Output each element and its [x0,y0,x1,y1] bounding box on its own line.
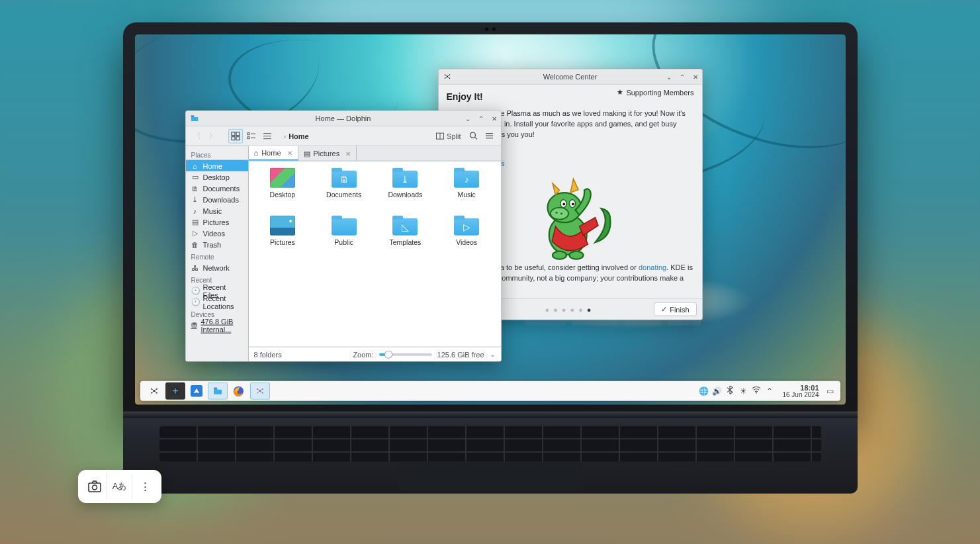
folder-downloads[interactable]: ⤓ Downloads [375,168,435,214]
pictures-icon: ▤ [304,149,310,158]
folder-public[interactable]: Public [314,216,374,262]
sidebar-item-device[interactable]: ⛃476.8 GiB Internal... [186,320,248,331]
drive-icon: ⛃ [191,321,197,330]
camera-icon[interactable] [82,474,107,499]
panel-clock[interactable]: 18:01 16 Jun 2024 [782,384,819,398]
tray-wifi-icon[interactable] [750,386,762,396]
folder-videos[interactable]: ▷ Videos [437,216,497,262]
dolphin-statusbar: 8 folders Zoom: 125.6 GiB free ⌄ [249,347,501,361]
sidebar-item-desktop[interactable]: ▭Desktop [186,171,248,183]
file-grid[interactable]: Desktop 🗎 Documents ⤓ Downloads [249,161,501,347]
welcome-titlebar[interactable]: Welcome Center ⌄ ⌃ ✕ [439,69,702,85]
templates-icon: ◺ [392,216,418,236]
dolphin-titlebar[interactable]: Home — Dolphin ⌄ ⌃ ✕ [186,111,501,126]
tab-home[interactable]: ⌂ Home ✕ [249,146,298,161]
svg-point-7 [551,208,568,220]
sidebar-item-home[interactable]: ⌂Home [186,160,248,171]
sidebar-item-recent-locations[interactable]: 🕘Recent Locations [186,296,248,308]
maximize-button[interactable]: ⌃ [474,112,488,125]
svg-point-49 [756,392,757,394]
task-welcome[interactable] [250,383,270,400]
breadcrumb-home[interactable]: Home [289,132,309,140]
folder-icon: ▷ [454,216,479,236]
places-panel: Places ⌂Home ▭Desktop 🗎Documents ⤓Downlo… [186,146,249,361]
folder-desktop[interactable]: Desktop [253,168,313,214]
folder-templates[interactable]: ◺ Templates [375,216,435,262]
sidebar-item-downloads[interactable]: ⤓Downloads [186,194,248,205]
trash-icon: 🗑 [191,240,199,248]
task-dolphin[interactable] [208,383,228,400]
star-icon: ★ [617,88,623,97]
tray-expand-icon[interactable]: ⌃ [764,386,776,396]
zoom-slider[interactable] [379,353,432,355]
minimize-button[interactable]: ⌄ [662,70,676,83]
sidebar-item-network[interactable]: 🖧Network [186,262,248,273]
icons-view-button[interactable] [228,128,243,143]
laptop-base [123,414,858,494]
dolphin-app-icon [189,113,200,124]
svg-point-14 [553,251,566,259]
maximize-button[interactable]: ⌃ [676,70,689,83]
svg-line-31 [475,137,478,140]
close-tab-icon[interactable]: ✕ [287,149,292,156]
svg-point-12 [562,203,565,206]
desktop: Welcome Center ⌄ ⌃ ✕ Enjoy It! ★ Support… [135,34,846,405]
search-button[interactable] [467,128,481,143]
tray-lang-icon[interactable]: 🌐 [697,386,709,396]
desktop-icon: ▭ [191,173,199,181]
hamburger-menu-button[interactable] [482,128,497,143]
split-button[interactable]: Split [432,128,465,143]
minimize-button[interactable]: ⌄ [461,112,474,125]
pictures-thumb: ● [270,216,295,236]
sidebar-item-documents[interactable]: 🗎Documents [186,183,248,194]
svg-point-9 [560,213,562,215]
folder-music[interactable]: ♪ Music [437,168,497,214]
supporting-members-link[interactable]: ★ Supporting Members [617,88,693,97]
sidebar-item-trash[interactable]: 🗑Trash [186,239,248,250]
app-launcher[interactable] [144,383,164,400]
chevron-down-icon[interactable]: ⌄ [490,350,496,359]
sidebar-item-pictures[interactable]: ▤Pictures [186,216,248,228]
close-tab-icon[interactable]: ✕ [345,150,351,157]
home-icon: ⌂ [254,149,259,157]
back-button[interactable]: 〈 [190,128,204,143]
folder-pictures[interactable]: ● Pictures [253,216,313,262]
sidebar-item-music[interactable]: ♪Music [186,205,248,216]
tray-brightness-icon[interactable]: ☀ [737,386,749,396]
task-firefox[interactable] [229,383,249,400]
task-settings[interactable] [165,383,185,400]
forward-button[interactable]: 〉 [206,128,220,143]
places-section-header: Places [186,148,248,160]
details-view-button[interactable] [260,128,275,143]
desktop-thumb [270,168,295,188]
sidebar-item-videos[interactable]: ▷Videos [186,228,248,239]
tray-bluetooth-icon[interactable] [724,386,736,396]
status-free: 125.6 GiB free [437,350,484,358]
tray-volume-icon[interactable]: 🔊 [711,386,723,396]
close-button[interactable]: ✕ [488,112,501,125]
recent-locations-icon: 🕘 [191,298,199,306]
svg-rect-19 [232,136,235,140]
videos-icon: ▷ [191,229,199,238]
close-button[interactable]: ✕ [689,70,702,83]
folder-icon: ♪ [454,168,479,188]
home-icon: ⌂ [191,161,199,169]
svg-rect-20 [236,136,240,140]
svg-point-51 [92,485,97,490]
task-discover[interactable] [187,383,206,400]
more-icon[interactable]: ⋮ [132,474,157,499]
translate-icon[interactable]: Aあ [107,474,132,499]
compact-view-button[interactable] [244,128,259,143]
breadcrumb[interactable]: › Home [281,132,312,140]
overlay-toolbar: Aあ ⋮ [78,470,161,503]
donating-link[interactable]: donating [639,263,666,271]
tray-show-desktop-icon[interactable]: ▭ [824,386,836,396]
tab-pictures[interactable]: ▤ Pictures ✕ [298,146,357,161]
folder-icon: ◺ [392,216,418,236]
folder-icon: 🗎 [332,168,357,188]
laptop-frame: Welcome Center ⌄ ⌃ ✕ Enjoy It! ★ Support… [123,23,858,494]
svg-rect-42 [214,388,217,389]
svg-rect-17 [232,132,235,135]
plasma-panel: 🌐 🔊 ☀ ⌃ 18:01 16 Jun 2024 ▭ [140,381,840,401]
folder-documents[interactable]: 🗎 Documents [314,168,374,214]
